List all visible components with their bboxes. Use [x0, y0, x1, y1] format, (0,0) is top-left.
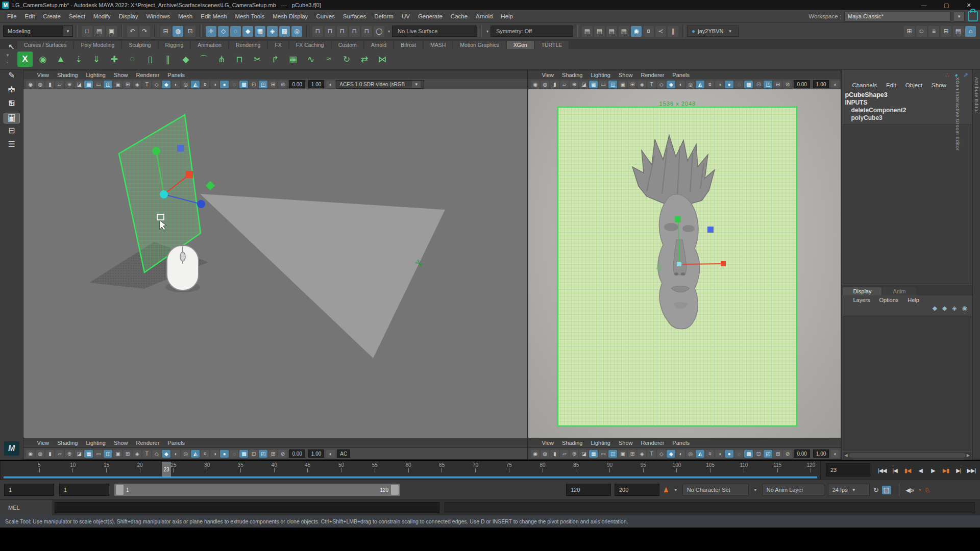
- screen-space-ao-icon[interactable]: ●: [220, 81, 229, 88]
- animation-start-field[interactable]: 1: [4, 484, 54, 496]
- select-camera-icon[interactable]: ◉: [531, 450, 540, 458]
- 2d-pan-zoom-icon[interactable]: ⊕: [65, 81, 74, 88]
- select-camera-icon[interactable]: ◉: [531, 81, 540, 88]
- perspective-canvas[interactable]: ✂: [23, 89, 527, 438]
- arnold-menu[interactable]: Arnold: [472, 13, 497, 19]
- manip-green-handle[interactable]: [675, 216, 681, 222]
- safe-action-icon[interactable]: ◈: [638, 450, 646, 458]
- current-frame-playhead[interactable]: 23: [162, 462, 171, 477]
- arnold-shelf-tab[interactable]: Arnold: [364, 41, 393, 49]
- command-input[interactable]: [55, 502, 439, 513]
- render-view-icon[interactable]: ▤: [582, 26, 593, 37]
- panels-panel-menu[interactable]: Panels: [163, 72, 189, 78]
- textured-icon[interactable]: ◐: [172, 450, 180, 458]
- wireframe-icon[interactable]: ◇: [152, 81, 161, 88]
- bookmark-icon[interactable]: ▮: [45, 81, 54, 88]
- attribute-editor-dock-tab[interactable]: Attribute Editor: [974, 77, 979, 151]
- snap-to-projected-center-icon[interactable]: ⊓: [349, 26, 360, 37]
- plane-handle-green[interactable]: [206, 181, 215, 190]
- workspace-home-icon[interactable]: ⌂: [965, 26, 976, 37]
- lock-length-icon[interactable]: ▯: [142, 52, 158, 67]
- add-cv-icon[interactable]: ✚: [107, 52, 122, 67]
- mesh-tools-menu[interactable]: Mesh Tools: [231, 13, 268, 19]
- xgen-editor-icon[interactable]: X: [17, 52, 33, 67]
- wireframe-icon[interactable]: ◇: [152, 450, 161, 458]
- select-hierarchy-icon[interactable]: ⊟: [160, 26, 171, 37]
- scene-filter-icon[interactable]: ⊘: [278, 450, 287, 458]
- new-layer-from-selected-icon[interactable]: ◉: [962, 305, 967, 315]
- screen-space-ao-icon[interactable]: ●: [220, 450, 229, 458]
- scene-filter-icon[interactable]: ⊘: [783, 81, 792, 88]
- gate-mask-icon[interactable]: ▣: [113, 81, 122, 88]
- pick-matte-icon[interactable]: ◪: [579, 450, 588, 458]
- colorspace-truncated[interactable]: AC: [337, 449, 350, 458]
- 2d-pan-zoom-icon[interactable]: ⊕: [570, 450, 578, 458]
- resolution-gate-icon[interactable]: ◫: [608, 81, 617, 88]
- snapshot-icon[interactable]: ⊞: [773, 81, 782, 88]
- bookmark-icon[interactable]: ▮: [550, 450, 559, 458]
- wireframe-on-shaded-icon[interactable]: ◭: [191, 81, 200, 88]
- symmetry-field[interactable]: Symmetry: Off: [491, 26, 573, 37]
- snap-to-curves-icon[interactable]: ⊓: [325, 26, 335, 37]
- channel-box-scrollbar[interactable]: ◀ ▶: [843, 452, 971, 459]
- turtle-shelf-tab[interactable]: TURTLE: [535, 41, 569, 49]
- safe-title-icon[interactable]: T: [142, 450, 151, 458]
- workspace-dropdown-icon[interactable]: ▼: [954, 12, 965, 21]
- renderer-panel-menu[interactable]: Renderer: [132, 72, 164, 78]
- xgen-shelf-tab[interactable]: XGen: [507, 41, 534, 49]
- snapshot-icon[interactable]: ⊞: [773, 450, 782, 458]
- humanik-icon[interactable]: ☺: [916, 26, 927, 37]
- channel-box-toggle-icon[interactable]: ▤: [953, 26, 964, 37]
- shelf-options-handle[interactable]: ▾⋮: [2, 50, 13, 67]
- symmetry-dropdown-icon[interactable]: ▾: [484, 29, 491, 34]
- save-scene-icon[interactable]: ▣: [106, 26, 117, 37]
- multisample-icon[interactable]: ▩: [239, 81, 248, 88]
- object-channel-menu[interactable]: Object: [902, 82, 926, 88]
- animation-shelf-tab[interactable]: Animation: [191, 41, 228, 49]
- scale-z-handle[interactable]: [197, 200, 205, 208]
- xray-icon[interactable]: ⊡: [249, 450, 258, 458]
- color-managed-icon[interactable]: ◐: [831, 450, 840, 458]
- motion-blur-icon[interactable]: ◌: [230, 450, 238, 458]
- new-scene-icon[interactable]: □: [82, 26, 92, 37]
- camera-attributes-icon[interactable]: ◍: [541, 81, 549, 88]
- clump-brush-icon[interactable]: ⊓: [232, 52, 247, 67]
- panels-panel-menu[interactable]: Panels: [163, 440, 189, 446]
- guide-cv-icon[interactable]: ◌: [125, 52, 140, 67]
- motion-blur-icon[interactable]: ◌: [230, 81, 238, 88]
- menu-set-dropdown-icon[interactable]: ▼: [63, 26, 73, 37]
- image-plane-icon[interactable]: ▱: [55, 81, 64, 88]
- textured-icon[interactable]: ◐: [172, 81, 180, 88]
- single-pane-layout[interactable]: ▭: [4, 84, 19, 94]
- scene-filter-icon[interactable]: ⊘: [783, 450, 792, 458]
- wireframe-icon[interactable]: ◇: [657, 81, 666, 88]
- manip-blue-handle[interactable]: [707, 227, 714, 233]
- pick-matte-icon[interactable]: ◪: [579, 81, 588, 88]
- resolution-gate-icon[interactable]: ◫: [608, 450, 617, 458]
- wireframe-on-shaded-icon[interactable]: ◭: [191, 450, 200, 458]
- select-menu[interactable]: Select: [65, 13, 89, 19]
- show-panel-menu[interactable]: Show: [615, 440, 637, 446]
- color-managed-icon[interactable]: ◐: [831, 81, 840, 88]
- go-to-end-button[interactable]: ▶▶|: [966, 464, 977, 477]
- help-menu[interactable]: Help: [497, 13, 517, 19]
- mesh-display-menu[interactable]: Mesh Display: [268, 13, 312, 19]
- shadows-icon[interactable]: ◑: [715, 81, 724, 88]
- lights-icon[interactable]: ¤: [201, 81, 209, 88]
- image-plane-icon[interactable]: ▱: [560, 450, 569, 458]
- cached-playback-icon[interactable]: ▤: [882, 486, 891, 494]
- smooth-shade-icon[interactable]: ◆: [162, 81, 170, 88]
- select-object-icon[interactable]: ◍: [173, 26, 183, 37]
- manip-red-handle[interactable]: [721, 261, 726, 266]
- use-default-material-icon[interactable]: ◎: [181, 81, 190, 88]
- lights-icon[interactable]: ¤: [201, 450, 209, 458]
- add-guides-icon[interactable]: ⇣: [71, 52, 86, 67]
- anim-layer-select[interactable]: No Anim Layer: [762, 484, 824, 496]
- go-to-start-button[interactable]: |◀◀: [876, 464, 888, 477]
- safe-action-icon[interactable]: ◈: [133, 450, 141, 458]
- range-start-handle[interactable]: [116, 485, 124, 495]
- bookmark-icon[interactable]: ▮: [45, 450, 54, 458]
- comb-brush-icon[interactable]: ⋔: [214, 52, 229, 67]
- options-layers-menu[interactable]: Options: [875, 297, 902, 303]
- film-gate-icon[interactable]: ▭: [599, 450, 607, 458]
